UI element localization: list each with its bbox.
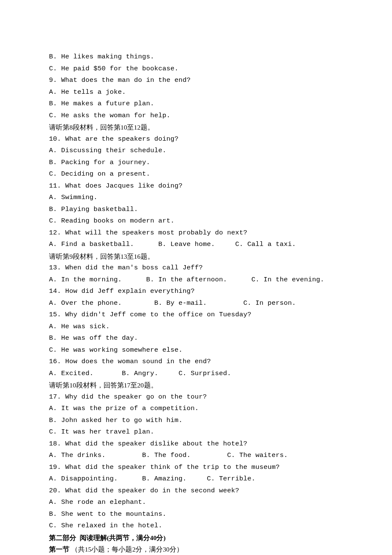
exam-line: 20. What did the speaker do in the secon… bbox=[49, 485, 343, 497]
exam-line: 11. What does Jacques like doing? bbox=[49, 180, 343, 192]
exam-line: B. Packing for a journey. bbox=[49, 157, 343, 169]
exam-line: 19. What did the speaker think of the tr… bbox=[49, 462, 343, 474]
exam-line: 10. What are the speakers doing? bbox=[49, 133, 343, 145]
exam-line: 第一节 （共15小题；每小题2分，满分30分） bbox=[49, 543, 343, 555]
exam-line: A. Disappointing. B. Amazing. C. Terribl… bbox=[49, 473, 343, 485]
exam-line: B. He was off the day. bbox=[49, 332, 343, 344]
exam-line: B. Playing basketball. bbox=[49, 204, 343, 216]
exam-line: A. Over the phone. B. By e-mail. C. In p… bbox=[49, 298, 343, 309]
exam-line: 9. What does the man do in the end? bbox=[49, 75, 343, 87]
exam-line: C. He paid $50 for the bookcase. bbox=[49, 63, 343, 75]
exam-line: 13. When did the man's boss call Jeff? bbox=[49, 262, 343, 274]
exam-line: A. In the morning. B. In the afternoon. … bbox=[49, 274, 343, 286]
exam-line: B. John asked her to go with him. bbox=[49, 415, 343, 427]
exam-line: C. Deciding on a present. bbox=[49, 168, 343, 180]
exam-line: 第二部分 阅读理解(共两节，满分40分) bbox=[49, 532, 343, 544]
exam-line: A. She rode an elephant. bbox=[49, 497, 343, 509]
exam-page: B. He likes making things.C. He paid $50… bbox=[0, 0, 392, 555]
exam-line: 14. How did Jeff explain everything? bbox=[49, 286, 343, 298]
exam-line: A. Swimming. bbox=[49, 192, 343, 204]
exam-line: 16. How does the woman sound in the end? bbox=[49, 356, 343, 368]
exam-line: A. It was the prize of a competition. bbox=[49, 403, 343, 415]
exam-line: 15. Why didn't Jeff come to the office o… bbox=[49, 309, 343, 321]
section-detail: （共15小题；每小题2分，满分30分） bbox=[71, 546, 183, 553]
exam-line: B. She went to the mountains. bbox=[49, 509, 343, 520]
exam-line: B. He likes making things. bbox=[49, 51, 343, 63]
exam-line: B. He makes a future plan. bbox=[49, 98, 343, 110]
exam-line: C. He asks the woman for help. bbox=[49, 110, 343, 122]
exam-line: A. He tells a joke. bbox=[49, 87, 343, 98]
exam-line: A. The drinks. B. The food. C. The waite… bbox=[49, 450, 343, 462]
exam-line: 18. What did the speaker dislike about t… bbox=[49, 438, 343, 450]
exam-line: C. He was working somewhere else. bbox=[49, 344, 343, 356]
exam-line: 12. What will the speakers most probably… bbox=[49, 227, 343, 239]
exam-line: A. Excited. B. Angry. C. Surprised. bbox=[49, 368, 343, 380]
exam-line: A. Discussing their schedule. bbox=[49, 145, 343, 157]
exam-line: 17. Why did the speaker go on the tour? bbox=[49, 391, 343, 403]
exam-line: C. She relaxed in the hotel. bbox=[49, 520, 343, 532]
exam-line: 请听第10段材料，回答第17至20题。 bbox=[49, 379, 343, 391]
exam-line: 请听第9段材料，回答第13至16题。 bbox=[49, 251, 343, 263]
exam-line: C. Reading books on modern art. bbox=[49, 215, 343, 227]
exam-line: A. He was sick. bbox=[49, 321, 343, 333]
section-label: 第一节 bbox=[49, 546, 71, 553]
exam-line: C. It was her travel plan. bbox=[49, 426, 343, 438]
exam-line: A. Find a basketball. B. Leave home. C. … bbox=[49, 239, 343, 251]
exam-line: 请听第8段材料，回答第10至12题。 bbox=[49, 121, 343, 133]
